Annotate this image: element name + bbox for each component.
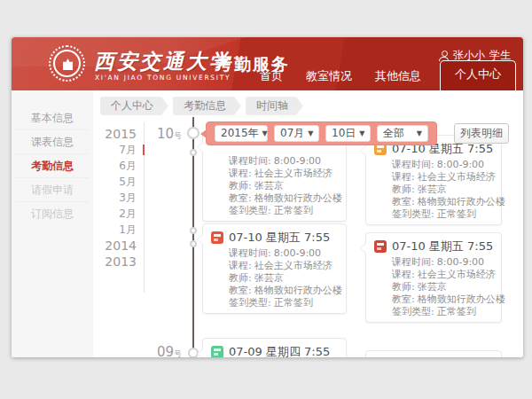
field-label: 课程: — [392, 269, 415, 280]
breadcrumb-item[interactable]: 考勤信息 — [173, 97, 241, 115]
field-value: 格物致知行政办公楼 — [418, 293, 505, 305]
card-field-row: 课程时间:8:00-9:00 — [229, 247, 338, 260]
main-nav: 首页 教室情况 其他信息 个人中心 — [248, 60, 516, 90]
university-name-english: XI'AN JIAO TONG UNIVERSITY — [95, 74, 231, 82]
timeline-year-item[interactable]: 7月 — [97, 142, 141, 158]
field-value: 张芸京 — [254, 180, 284, 192]
app-header: 西安交通大学 XI'AN JIAO TONG UNIVERSITY 考勤服务 张… — [12, 37, 523, 90]
field-label: 课程: — [229, 168, 252, 179]
field-value: 正常签到 — [437, 208, 476, 220]
card-header: 07-09 星期四 7:55 — [211, 344, 338, 357]
day-number: 10 — [157, 126, 174, 142]
university-logo-icon — [49, 45, 85, 82]
card-field-row: 课程:社会主义市场经济 — [229, 168, 338, 180]
card-field-row: 签到类型:正常签到 — [392, 208, 493, 221]
attendance-type-icon — [211, 231, 223, 244]
breadcrumb-item[interactable]: 个人中心 — [100, 97, 168, 115]
card-field-row: 签到类型:正常签到 — [392, 306, 493, 318]
field-value: 社会主义市场经济 — [418, 171, 496, 183]
card-field-row: 课程时间:8:00-9:00 — [392, 159, 493, 171]
sidebar-item[interactable]: 基本信息 — [16, 106, 89, 130]
type-select[interactable]: 全部 ▼ — [377, 125, 428, 142]
day-select-value: 10日 — [332, 126, 356, 141]
list-detail-button[interactable]: 列表明细 — [454, 123, 509, 144]
chevron-down-icon: ▼ — [308, 129, 313, 137]
attendance-type-icon — [211, 346, 223, 358]
field-value: 社会主义市场经济 — [418, 269, 496, 280]
card-field-row: 教师:张芸京 — [229, 180, 338, 192]
timeline-year-item[interactable]: 3月 — [97, 190, 141, 206]
year-select[interactable]: 2015年 ▼ — [215, 125, 268, 142]
month-select[interactable]: 07月 ▼ — [274, 125, 319, 142]
field-label: 签到类型: — [229, 297, 271, 309]
nav-item[interactable]: 其他信息 — [364, 64, 433, 90]
timeline-year-item[interactable]: 6月 — [97, 158, 141, 174]
attendance-card: 07-10 星期五 7:55 课程时间:8:00-9:00 课程:社会主义市场经… — [365, 135, 502, 225]
type-select-value: 全部 — [383, 126, 404, 141]
field-label: 课程时间: — [229, 247, 271, 259]
timeline-year-item[interactable]: 2013 — [97, 254, 141, 270]
attendance-card: 07-10 星期五 7:55 课程时间:8:00-9:00 课程:社会主义市场经… — [365, 232, 502, 323]
field-label: 教室: — [392, 293, 415, 305]
field-value: 格物致知行政办公楼 — [254, 192, 342, 204]
card-fields: 课程时间:8:00-9:00 课程:社会主义市场经济 教师:张芸京 教室:格物致… — [229, 247, 338, 309]
card-field-row: 签到类型:正常签到 — [229, 205, 338, 217]
month-select-value: 07月 — [280, 126, 304, 141]
breadcrumb-item[interactable]: 时间轴 — [246, 97, 303, 115]
field-value: 8:00-9:00 — [437, 159, 484, 170]
card-field-row: 教师:张芸京 — [392, 184, 493, 196]
sidebar-item[interactable]: 考勤信息 — [16, 154, 89, 178]
card-field-row: 教室:格物致知行政办公楼 — [392, 196, 493, 208]
card-fields: 课程时间:8:00-9:00 课程:社会主义市场经济 教师:张芸京 教室:格物致… — [392, 159, 493, 221]
card-field-row: 教室:格物致知行政办公楼 — [392, 293, 493, 306]
sidebar: 基本信息 课表信息 考勤信息 请假申请 订阅信息 — [12, 90, 93, 357]
field-value: 社会主义市场经济 — [254, 260, 332, 271]
sidebar-item[interactable]: 订阅信息 — [16, 202, 89, 226]
sidebar-item[interactable]: 请假申请 — [16, 178, 89, 202]
card-field-row: 课程:社会主义市场经济 — [392, 171, 493, 184]
card-fields: 课程时间:8:00-9:00 课程:社会主义市场经济 教师:张芸京 教室:格物致… — [392, 256, 493, 318]
attendance-app-window: 西安交通大学 XI'AN JIAO TONG UNIVERSITY 考勤服务 张… — [12, 37, 523, 357]
attendance-type-icon — [374, 240, 387, 253]
timeline-node — [190, 149, 197, 156]
breadcrumb: 个人中心 考勤信息 时间轴 — [100, 97, 303, 115]
field-label: 教师: — [229, 272, 252, 284]
card-field-row: 课程:社会主义市场经济 — [392, 269, 493, 281]
field-value: 8:00-9:00 — [437, 256, 484, 268]
field-label: 课程: — [229, 260, 252, 271]
field-label: 教室: — [392, 196, 415, 207]
field-value: 社会主义市场经济 — [254, 168, 332, 179]
card-field-row: 教师:张芸京 — [392, 281, 493, 293]
card-date: 07-10 星期五 7:55 — [229, 230, 330, 246]
timeline-year-item[interactable]: 1月 — [97, 222, 141, 238]
card-field-row: 课程时间:8:00-9:00 — [392, 256, 493, 269]
timeline-year-item[interactable]: 2014 — [97, 238, 141, 254]
user-icon — [439, 51, 449, 60]
chevron-down-icon: ▼ — [262, 129, 268, 137]
university-name: 西安交通大学 — [94, 48, 232, 75]
nav-item[interactable]: 个人中心 — [440, 60, 516, 90]
timeline-year-list: 2015 7月 6月 5月 3月 2月 1月 2014 2013 — [97, 126, 141, 270]
card-field-row: 课程:社会主义市场经济 — [229, 260, 338, 272]
card-fields: 课程时间:8:00-9:00 课程:社会主义市场经济 教师:张芸京 教室:格物致… — [229, 155, 338, 217]
field-label: 课程: — [392, 171, 415, 183]
day-suffix: 号 — [174, 349, 182, 357]
sidebar-item[interactable]: 课表信息 — [16, 130, 89, 154]
timeline-year-item[interactable]: 2月 — [97, 206, 141, 222]
field-label: 签到类型: — [392, 306, 434, 317]
card-date: 07-10 星期五 7:55 — [392, 239, 493, 254]
field-value: 正常签到 — [437, 306, 476, 317]
field-label: 课程时间: — [229, 155, 271, 167]
field-value: 格物致知行政办公楼 — [254, 285, 342, 296]
field-label: 教室: — [229, 285, 252, 296]
card-date: 07-09 星期四 7:55 — [229, 344, 330, 358]
field-label: 课程时间: — [392, 159, 434, 170]
timeline-year-item[interactable]: 5月 — [97, 174, 141, 190]
day-number: 09 — [157, 344, 174, 357]
card-field-row: 课程时间:8:00-9:00 — [229, 155, 338, 168]
card-field-row: 签到类型:正常签到 — [229, 297, 338, 309]
day-select[interactable]: 10日 ▼ — [325, 125, 371, 142]
nav-item[interactable]: 首页 — [248, 64, 294, 90]
card-header: 07-10 星期五 7:55 — [374, 239, 493, 254]
nav-item[interactable]: 教室情况 — [294, 64, 364, 90]
